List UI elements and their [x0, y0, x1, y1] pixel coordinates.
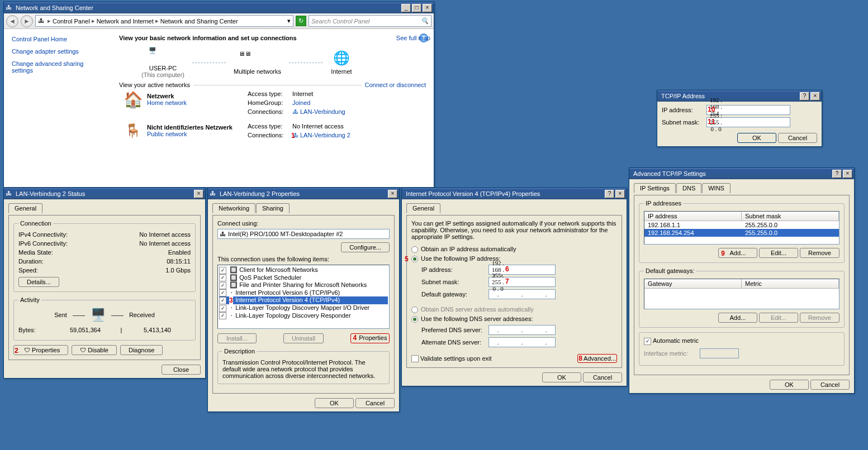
cancel-button[interactable]: Cancel	[355, 398, 395, 408]
list-item[interactable]: ✓ 🔲 File and Printer Sharing for Microso…	[219, 281, 388, 289]
disable-button[interactable]: 🛡 Disable	[72, 345, 117, 355]
diagnose-button[interactable]: Diagnose	[120, 345, 163, 355]
cancel-button[interactable]: Cancel	[810, 380, 850, 390]
maximize-button[interactable]: □	[412, 4, 421, 12]
sidebar-item-home[interactable]: Control Panel Home	[12, 36, 67, 42]
close-button[interactable]: ×	[388, 190, 397, 198]
ok-button[interactable]: OK	[737, 133, 776, 143]
tab-ip-settings[interactable]: IP Settings	[634, 183, 676, 193]
back-button[interactable]: ◄	[6, 15, 18, 27]
tab-sharing[interactable]: Sharing	[256, 203, 290, 213]
radio-dns-following[interactable]	[411, 316, 418, 323]
list-item[interactable]: ✓ 🔲 Client for Microsoft Networks	[219, 266, 388, 274]
breadcrumb-root[interactable]: Control Panel	[53, 18, 90, 25]
close-button[interactable]: ×	[423, 4, 432, 12]
help-button[interactable]: ?	[605, 190, 614, 198]
see-full-map-link[interactable]: See full map	[396, 35, 430, 41]
details-button[interactable]: Details...	[18, 277, 59, 287]
remove-ip-button[interactable]: Remove	[800, 248, 839, 258]
net1-access: Internet	[292, 90, 313, 97]
net1-connection-link[interactable]: LAN-Verbindung	[300, 108, 345, 115]
tab-general[interactable]: General	[406, 203, 440, 213]
uninstall-button[interactable]: Uninstall	[283, 333, 324, 343]
net2-connection-link[interactable]: LAN-Verbindung 2	[300, 132, 350, 138]
lan-status-window: 🖧 LAN-Verbindung 2 Status × General Conn…	[3, 188, 206, 379]
net2-access: No Internet access	[292, 123, 344, 130]
list-item[interactable]: ✓ ⬝ Internet Protocol Version 6 (TCP/IPv…	[219, 289, 388, 297]
preferred-dns-input[interactable]: ...	[488, 325, 556, 335]
close-button[interactable]: ×	[615, 190, 625, 198]
net1-homegroup[interactable]: Joined	[292, 99, 310, 106]
properties-button[interactable]: 4Properties	[350, 333, 390, 343]
network-icon: 🖧	[6, 4, 13, 12]
internet-globe-icon: 🌐	[330, 50, 353, 68]
side-panel: Control Panel Home Change adapter settin…	[4, 29, 110, 84]
edit-ip-button[interactable]: Edit...	[759, 248, 798, 258]
help-button[interactable]: ?	[800, 92, 809, 100]
network2-name: Nicht identifiziertes Netzwerk	[147, 124, 248, 131]
list-item[interactable]: ✓ 🔲 QoS Packet Scheduler	[219, 274, 388, 282]
minimize-button[interactable]: _	[401, 4, 411, 12]
connect-disconnect-link[interactable]: Connect or disconnect	[365, 82, 426, 88]
view-active-label: View your active networks	[119, 82, 190, 88]
computer-icon: 🖥️	[141, 47, 164, 65]
network1-name: Netzwerk	[147, 93, 248, 99]
nic-icon: 🖧	[292, 108, 298, 115]
list-item-selected[interactable]: ✓ 3 ⬝ Internet Protocol Version 4 (TCP/I…	[219, 296, 388, 304]
ipv6-connectivity: No Internet access	[139, 240, 191, 247]
automatic-metric-checkbox[interactable]: ✓	[644, 338, 651, 345]
tab-networking[interactable]: Networking	[212, 203, 255, 213]
search-input[interactable]: Search Control Panel 🔍	[309, 15, 431, 27]
interface-metric-input	[700, 348, 739, 358]
subnet-mask-input[interactable]: 255 . 255 . 0 . 0	[488, 277, 556, 287]
close-button[interactable]: ×	[194, 190, 203, 198]
ok-button[interactable]: OK	[315, 398, 354, 408]
title-bar[interactable]: 🖧 Network and Sharing Center _ □ ×	[4, 2, 434, 13]
chevron-down-icon[interactable]: ▾	[287, 17, 291, 25]
tab-general[interactable]: General	[8, 203, 42, 213]
list-item[interactable]: ✓ ⬝ Link-Layer Topology Discovery Mapper…	[219, 304, 388, 312]
step-1: 1	[291, 132, 295, 140]
network2-type[interactable]: Public network	[147, 131, 187, 137]
list-item[interactable]: ✓ ⬝ Link-Layer Topology Discovery Respon…	[219, 312, 388, 320]
breadcrumb-leaf[interactable]: Network and Sharing Center	[160, 18, 238, 25]
table-row[interactable]: 192.168.254.254255.255.0.0	[644, 229, 839, 237]
validate-checkbox[interactable]	[411, 355, 419, 362]
close-button[interactable]: ×	[843, 170, 852, 178]
add-gw-button[interactable]: Add...	[718, 313, 757, 323]
bytes-sent: 59,051,364	[52, 327, 118, 333]
cancel-button[interactable]: Cancel	[583, 372, 622, 382]
breadcrumb[interactable]: 🖧 ▸ Control Panel ▸ Network and Internet…	[35, 15, 293, 27]
subnet-mask-input[interactable]: 255 . 255 . 0 . 0	[706, 117, 790, 127]
sidebar-item-adapter[interactable]: Change adapter settings	[12, 48, 79, 55]
radio-obtain-auto[interactable]	[411, 246, 418, 253]
forward-button[interactable]: ►	[21, 15, 33, 27]
tab-wins[interactable]: WINS	[702, 183, 731, 193]
close-button[interactable]: ×	[810, 92, 820, 100]
ok-button[interactable]: OK	[542, 372, 581, 382]
items-listbox[interactable]: ✓ 🔲 Client for Microsoft Networks ✓ 🔲 Qo…	[217, 265, 390, 329]
tab-dns[interactable]: DNS	[676, 183, 701, 193]
ip-addresses-list[interactable]: IP addressSubnet mask 192.168.1.1255.255…	[644, 211, 839, 245]
network1-type[interactable]: Home network	[147, 99, 187, 106]
remove-gw-button: Remove	[800, 313, 839, 323]
table-row[interactable]: 192.168.1.1255.255.0.0	[644, 221, 839, 229]
ok-button[interactable]: OK	[770, 380, 809, 390]
sidebar-item-sharing[interactable]: Change advanced sharing settings	[12, 60, 83, 74]
configure-button[interactable]: Configure...	[341, 242, 390, 252]
install-button[interactable]: Install...	[217, 333, 257, 343]
advanced-button[interactable]: 8Advanced...	[577, 354, 617, 363]
lan-properties-window: 🖧 LAN-Verbindung 2 Properties × Networki…	[207, 188, 400, 412]
breadcrumb-mid[interactable]: Network and Internet	[97, 18, 154, 25]
alternate-dns-input[interactable]: ...	[488, 337, 556, 347]
properties-button[interactable]: 🛡 Properties	[13, 345, 68, 355]
close-button[interactable]: Close	[162, 365, 201, 375]
cancel-button[interactable]: Cancel	[778, 133, 817, 143]
help-button[interactable]: ?	[832, 170, 842, 178]
gateways-list[interactable]: GatewayMetric	[644, 279, 839, 309]
computer-name: USER-PC	[141, 65, 184, 71]
radio-use-following[interactable]	[411, 256, 418, 262]
page-heading: View your basic network information and …	[119, 35, 426, 41]
network-icon: 🖧	[38, 17, 46, 25]
refresh-button[interactable]: ↻	[296, 16, 306, 26]
